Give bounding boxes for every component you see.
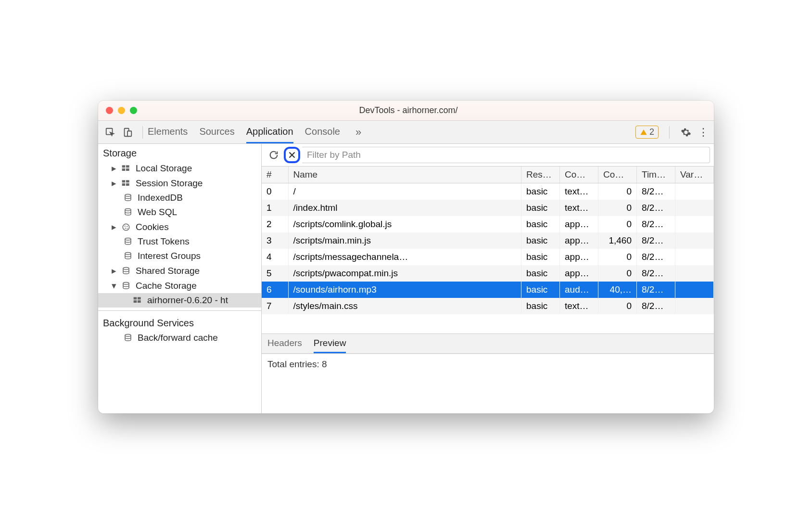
table-row[interactable]: 7/styles/main.cssbasictext…08/2… [262, 298, 714, 314]
cell-co2: 0 [598, 298, 637, 314]
sidebar-item-label: Trust Tokens [138, 236, 190, 247]
clear-icon[interactable] [284, 147, 300, 163]
refresh-icon[interactable] [266, 147, 282, 163]
cell-co2: 0 [598, 183, 637, 200]
cell-tim: 8/2… [637, 265, 675, 282]
detail-tab-preview[interactable]: Preview [314, 334, 346, 353]
cell-idx: 4 [262, 249, 288, 265]
filter-input[interactable] [302, 147, 710, 163]
svg-point-15 [127, 226, 127, 227]
sidebar-item-label: Local Storage [136, 163, 192, 174]
sidebar-item-label: Interest Groups [138, 251, 201, 261]
col-time[interactable]: Tim… [637, 167, 675, 183]
titlebar: DevTools - airhorner.com/ [98, 101, 714, 121]
sidebar-item-shared-storage[interactable]: ▸ Shared Storage [98, 263, 261, 278]
minimize-window-button[interactable] [118, 107, 125, 114]
cell-tim: 8/2… [637, 216, 675, 232]
cell-name: /scripts/pwacompat.min.js [288, 265, 521, 282]
main-panel: # Name Res… Co… Co… Tim… Var… 0/basictex… [262, 144, 714, 413]
sidebar-section-storage: Storage [98, 144, 261, 161]
separator [142, 126, 143, 139]
svg-point-14 [125, 225, 126, 226]
cell-res: basic [521, 265, 560, 282]
sidebar-item-trust-tokens[interactable]: Trust Tokens [98, 234, 261, 249]
svg-rect-25 [138, 300, 141, 303]
database-icon [120, 266, 132, 276]
cell-co1: aud… [560, 282, 598, 298]
database-icon [122, 193, 134, 203]
col-content-length[interactable]: Co… [598, 167, 637, 183]
footer-status: Total entries: 8 [262, 354, 714, 374]
tab-application[interactable]: Application [246, 121, 293, 143]
warnings-badge[interactable]: 2 [635, 126, 659, 139]
col-content-type[interactable]: Co… [560, 167, 598, 183]
detail-tab-headers[interactable]: Headers [267, 334, 302, 353]
table-row[interactable]: 2/scripts/comlink.global.jsbasicapp…08/2… [262, 216, 714, 232]
cell-res: basic [521, 216, 560, 232]
cell-tim: 8/2… [637, 200, 675, 216]
svg-rect-8 [126, 180, 129, 182]
sidebar-item-cache-entry[interactable]: airhorner-0.6.20 - ht [98, 293, 261, 308]
storage-icon [120, 164, 132, 173]
device-toggle-icon[interactable] [120, 125, 135, 140]
panel-tabs: Elements Sources Application Console » [148, 121, 635, 143]
table-row[interactable]: 1/index.htmlbasictext…08/2… [262, 200, 714, 216]
sidebar-item-local-storage[interactable]: ▸ Local Storage [98, 161, 261, 176]
col-name[interactable]: Name [288, 167, 521, 183]
cell-co2: 0 [598, 265, 637, 282]
cell-var [675, 265, 714, 282]
cell-name: / [288, 183, 521, 200]
svg-rect-22 [134, 297, 137, 299]
table-row[interactable]: 6/sounds/airhorn.mp3basicaud…40,…8/2… [262, 282, 714, 298]
cell-co1: text… [560, 298, 598, 314]
sidebar-item-websql[interactable]: Web SQL [98, 205, 261, 219]
cell-co1: app… [560, 232, 598, 249]
sidebar-item-bf-cache[interactable]: Back/forward cache [98, 331, 261, 345]
close-window-button[interactable] [106, 107, 113, 114]
svg-rect-4 [126, 165, 129, 167]
inspect-icon[interactable] [103, 125, 117, 140]
cell-idx: 1 [262, 200, 288, 216]
tab-console[interactable]: Console [305, 121, 340, 143]
cell-res: basic [521, 298, 560, 314]
sidebar-item-indexeddb[interactable]: IndexedDB [98, 191, 261, 205]
zoom-window-button[interactable] [130, 107, 137, 114]
detail-tabs: Headers Preview [262, 334, 714, 354]
tab-elements[interactable]: Elements [148, 121, 188, 143]
col-index[interactable]: # [262, 167, 288, 183]
sidebar-item-interest-groups[interactable]: Interest Groups [98, 249, 261, 263]
filter-bar [262, 144, 714, 167]
storage-icon [132, 296, 143, 305]
cell-idx: 7 [262, 298, 288, 314]
cell-tim: 8/2… [637, 183, 675, 200]
cache-table: # Name Res… Co… Co… Tim… Var… 0/basictex… [262, 167, 714, 314]
settings-icon[interactable] [680, 127, 692, 138]
toolbar: Elements Sources Application Console » 2… [98, 121, 714, 144]
expand-icon: ▸ [112, 265, 118, 276]
table-row[interactable]: 3/scripts/main.min.jsbasicapp…1,4608/2… [262, 232, 714, 249]
svg-rect-2 [127, 131, 131, 136]
sidebar-item-cookies[interactable]: ▸ Cookies [98, 219, 261, 234]
separator [669, 126, 670, 139]
col-response[interactable]: Res… [521, 167, 560, 183]
cell-idx: 3 [262, 232, 288, 249]
cell-tim: 8/2… [637, 232, 675, 249]
body: Storage ▸ Local Storage ▸ Session Storag… [98, 144, 714, 413]
table-row[interactable]: 5/scripts/pwacompat.min.jsbasicapp…08/2… [262, 265, 714, 282]
sidebar-section-bg: Background Services [98, 314, 261, 331]
tab-sources[interactable]: Sources [199, 121, 234, 143]
svg-rect-24 [134, 300, 137, 303]
cell-tim: 8/2… [637, 282, 675, 298]
cell-idx: 6 [262, 282, 288, 298]
kebab-menu-icon[interactable]: ⋮ [698, 127, 709, 138]
table-row[interactable]: 0/basictext…08/2… [262, 183, 714, 200]
sidebar-item-cache-storage[interactable]: ▾ Cache Storage [98, 278, 261, 293]
sidebar-item-session-storage[interactable]: ▸ Session Storage [98, 176, 261, 191]
sidebar-item-label: IndexedDB [138, 193, 183, 203]
cell-var [675, 298, 714, 314]
col-vary[interactable]: Var… [675, 167, 714, 183]
more-tabs-icon[interactable]: » [352, 126, 365, 139]
cell-res: basic [521, 282, 560, 298]
table-row[interactable]: 4/scripts/messagechannela…basicapp…08/2… [262, 249, 714, 265]
svg-point-19 [125, 253, 131, 255]
